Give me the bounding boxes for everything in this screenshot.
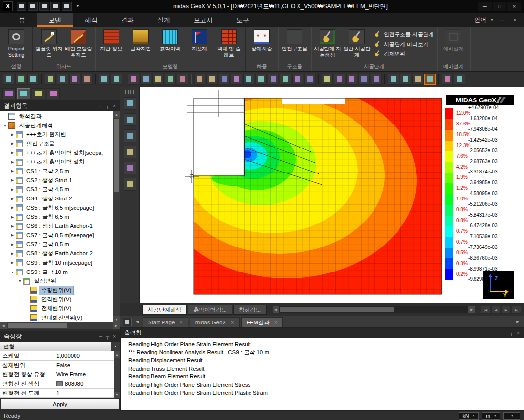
previous-record-icon[interactable]: ◀ (491, 306, 500, 314)
expander-icon[interactable]: ▶ (9, 169, 16, 173)
wizard-icon[interactable] (206, 74, 218, 85)
property-value[interactable]: 808080 (54, 379, 114, 388)
mesh-icon[interactable] (243, 74, 254, 85)
expander-icon[interactable]: ▶ (9, 151, 16, 155)
save-icon[interactable] (39, 2, 49, 11)
tree-item[interactable]: ▶CS4 : 생성 Strut-2 (0, 194, 113, 203)
scroll-down-icon[interactable]: ▼ (113, 316, 120, 322)
expander-icon[interactable]: ▶ (9, 197, 16, 201)
auto-stage-button[interactable]: 시공단계 자동생성 (313, 28, 342, 58)
doc-tab-start-page[interactable]: Start Page× (143, 317, 188, 327)
force-unit-dropdown[interactable]: kN▼ (459, 412, 479, 420)
doc-tab-fem-result[interactable]: FEM결과× (241, 317, 283, 327)
last-record-icon[interactable]: ▶| (512, 306, 521, 314)
wall-slab-button[interactable]: 벽체 및 슬래브 (215, 28, 243, 58)
adjacent-structure-button[interactable]: 인접구조물 (280, 28, 309, 52)
report-tree-tab[interactable] (32, 88, 45, 99)
scroll-up-icon[interactable]: ▲ (113, 111, 120, 118)
tree-item[interactable]: ▶CS5 : 굴착 6,5 m[seepage] (0, 203, 113, 213)
expander-icon[interactable]: ▶ (9, 133, 16, 137)
window-maximize-button[interactable]: □ (493, 2, 506, 11)
zoom-option-icon[interactable] (124, 113, 136, 126)
tree-item[interactable]: 수평변위(V) (0, 286, 113, 295)
print-preview-icon[interactable] (62, 2, 72, 11)
scroll-thumb[interactable] (114, 119, 119, 192)
extra-unit-dropdown[interactable]: ▼ (503, 412, 520, 420)
stage-icon[interactable] (292, 74, 303, 85)
language-label[interactable]: 언어 (474, 16, 486, 24)
expander-icon[interactable]: ▶ (9, 178, 16, 182)
tab-design[interactable]: 설계 (146, 13, 182, 27)
properties-scrollbar[interactable]: ▲ ▼ (114, 351, 120, 398)
image-icon[interactable] (371, 74, 382, 85)
redo-icon[interactable] (111, 74, 122, 85)
property-row[interactable]: 변형전 선 두께1 (0, 389, 114, 398)
forced-displacement-button[interactable]: 강제변위 (374, 50, 434, 58)
property-row[interactable]: 실제변위False (0, 361, 114, 370)
material-icon[interactable] (219, 74, 230, 85)
model-view[interactable]: MIDAS GeoX 12.0%37.6%18.5%12.3%7.6%4.2%1… (140, 87, 524, 303)
graph-icon[interactable] (334, 74, 345, 85)
print-icon[interactable] (50, 2, 60, 11)
surcharge-load-button[interactable]: 상재하중 (248, 28, 276, 52)
tree-item[interactable]: ▶CS2 : 생성 Strut-1 (0, 176, 113, 185)
panel-pin-icon[interactable]: ┬ (510, 330, 513, 336)
tree-item[interactable]: ▶인접구조물 (0, 139, 113, 148)
apply-button[interactable]: Apply (1, 399, 119, 409)
boundary-icon[interactable] (268, 74, 279, 85)
property-row[interactable]: 스케일1,000000 (0, 351, 114, 361)
close-icon[interactable]: × (274, 320, 277, 325)
output-panel-toggle-icon[interactable] (123, 318, 132, 326)
scroll-thumb[interactable] (280, 307, 394, 312)
window-icon[interactable] (152, 74, 164, 85)
open-folder-icon[interactable] (15, 74, 26, 85)
analysis-icon[interactable] (304, 74, 316, 85)
report-export-icon[interactable] (124, 178, 136, 191)
expander-icon[interactable]: ▶ (9, 252, 16, 256)
tree-item[interactable]: 전체변위(V) (0, 304, 113, 313)
chevron-down-icon[interactable]: ▼ (111, 342, 120, 351)
close-icon[interactable]: × (231, 320, 234, 325)
expander-icon[interactable]: ▶ (9, 206, 16, 210)
view-horizontal-scrollbar[interactable]: ◀ ▶ (273, 306, 475, 313)
doc-tab-midas-geox[interactable]: midas GeoX× (190, 317, 240, 327)
tab-tools[interactable]: 도구 (225, 13, 261, 27)
water-level-icon[interactable] (280, 74, 291, 85)
model-tree-tab[interactable] (2, 88, 16, 99)
quick-access-more-icon[interactable]: ▼ (73, 2, 83, 11)
view-tab-construction-stage[interactable]: 시공단계해석 (142, 305, 187, 315)
copy-icon[interactable] (57, 74, 68, 85)
app-logo-icon[interactable]: X (3, 1, 13, 11)
expander-icon[interactable]: ▶ (9, 261, 16, 265)
open-file-icon[interactable] (28, 2, 38, 11)
template-wizard-button[interactable]: 템플릿 위자드 (35, 28, 63, 58)
delete-icon[interactable] (81, 74, 93, 85)
back-modeling-wizard-button[interactable]: 배면 모델링 위자드 (64, 28, 93, 58)
next-record-icon[interactable]: ▶ (501, 306, 511, 314)
select-icon[interactable] (194, 74, 205, 85)
gx-icon[interactable] (177, 74, 188, 85)
load-icon[interactable] (255, 74, 267, 85)
support-button[interactable]: 지보재 (185, 28, 214, 52)
tree-item[interactable]: ▶CS3 : 굴착 4,5 m (0, 185, 113, 195)
close-icon[interactable]: × (179, 320, 182, 325)
paste-icon[interactable] (69, 74, 80, 85)
unlock-icon[interactable] (412, 74, 424, 85)
snap-icon[interactable] (388, 74, 399, 85)
annotate-icon[interactable] (358, 74, 370, 85)
scroll-right-icon[interactable]: ▶ (468, 306, 475, 313)
tree-item[interactable]: ▶+++초기 흙막이벽 설치 (0, 157, 113, 167)
expander-icon[interactable]: ▼ (2, 124, 8, 127)
tab-view[interactable]: 뷰 (7, 13, 37, 27)
property-value[interactable]: 1,000000 (54, 351, 114, 360)
expander-icon[interactable]: ▶ (9, 142, 16, 146)
scroll-down-icon[interactable]: ▼ (114, 392, 120, 398)
tree-item[interactable]: ▶CS8 : 생성 Earth Anchor-2 (0, 249, 113, 258)
window-minimize-button[interactable]: ─ (478, 2, 492, 11)
property-icon[interactable] (231, 74, 242, 85)
panel-close-icon[interactable]: × (517, 330, 520, 336)
lock-icon[interactable] (424, 74, 436, 85)
length-unit-dropdown[interactable]: m▼ (482, 412, 500, 420)
help-icon[interactable] (454, 74, 465, 85)
expander-icon[interactable]: ▼ (17, 279, 23, 283)
